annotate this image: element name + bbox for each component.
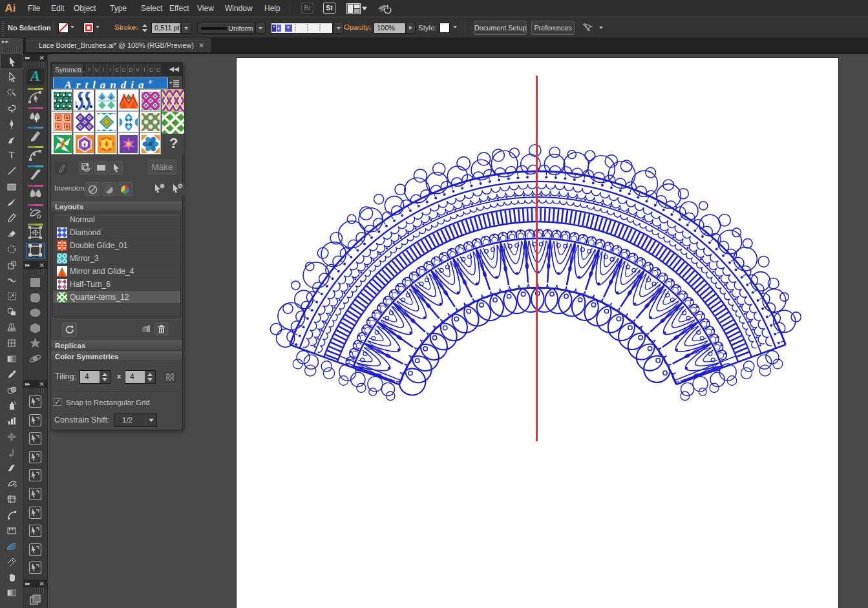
svg-text:T: T [9,151,15,160]
